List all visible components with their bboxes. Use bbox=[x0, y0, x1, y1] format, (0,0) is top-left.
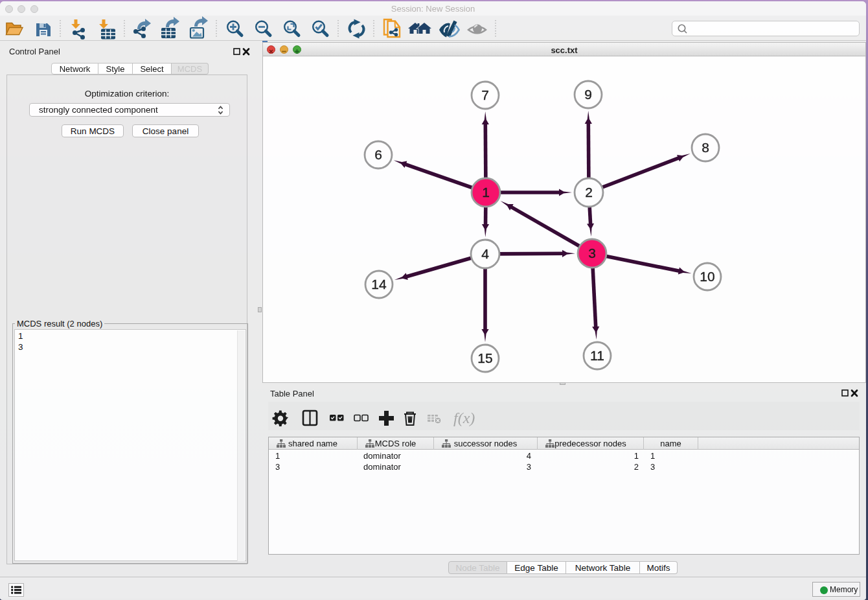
svg-text:10: 10 bbox=[700, 269, 714, 284]
svg-text:1: 1 bbox=[482, 185, 490, 200]
svg-text:14: 14 bbox=[371, 277, 387, 292]
svg-text:8: 8 bbox=[702, 140, 709, 155]
svg-text:3: 3 bbox=[588, 246, 596, 260]
svg-text:9: 9 bbox=[584, 87, 592, 102]
svg-text:11: 11 bbox=[590, 348, 604, 363]
svg-text:7: 7 bbox=[481, 87, 489, 102]
svg-text:f(x): f(x) bbox=[453, 410, 475, 426]
svg-text:6: 6 bbox=[374, 147, 382, 162]
svg-text:15: 15 bbox=[477, 351, 492, 365]
svg-text:2: 2 bbox=[585, 185, 593, 200]
svg-text:4: 4 bbox=[481, 246, 489, 261]
